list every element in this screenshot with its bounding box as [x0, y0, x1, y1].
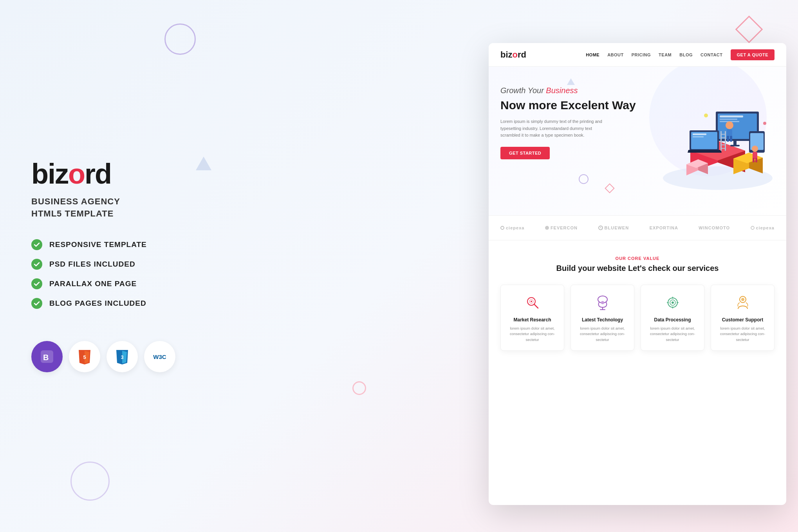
html5-icon: 5 [77, 349, 92, 364]
feature-item-2: PSD FILES INCLUDED [31, 259, 184, 270]
badge-bootstrap: B [31, 341, 63, 372]
logo-text-suffix: rd [85, 158, 111, 189]
partner-icon-6 [751, 226, 755, 230]
browser-mockup: bizord HOME ABOUT PRICING TEAM BLOG CONT… [489, 43, 786, 505]
hero-cta-button[interactable]: GET STARTED [500, 147, 550, 159]
service-icon-3 [663, 293, 682, 312]
svg-rect-43 [755, 158, 757, 162]
hero-tagline-prefix: Growth Your [500, 86, 546, 95]
deco-diamond-pink-1 [735, 16, 763, 43]
service-name-2: Latest Technology [576, 317, 628, 323]
bootstrap-icon: B [39, 348, 55, 365]
partner-logo-5: WINCOMOTO [699, 225, 730, 230]
badge-css3: 3 [107, 341, 138, 372]
svg-rect-48 [720, 141, 726, 142]
nav-link-pricing[interactable]: PRICING [632, 52, 651, 57]
svg-rect-31 [693, 133, 706, 135]
mock-nav-links: HOME ABOUT PRICING TEAM BLOG CONTACT GET… [586, 49, 775, 60]
svg-rect-39 [730, 136, 732, 142]
check-icon-1 [31, 239, 42, 250]
service-name-3: Data Processing [646, 317, 699, 323]
services-title: Build your website Let's check our servi… [500, 264, 775, 273]
check-icon-3 [31, 278, 42, 289]
svg-point-59 [531, 301, 532, 302]
services-label: OUR CORE VALUE [500, 256, 775, 261]
svg-rect-50 [720, 148, 726, 149]
partner-icon-3 [598, 225, 603, 230]
hero-deco-diamond-1 [605, 183, 614, 193]
mock-partners-bar: ciepexa FEVERCON BLUEWEN EXPORTINA WINCO… [489, 215, 786, 240]
nav-link-about[interactable]: ABOUT [607, 52, 624, 57]
nav-link-contact[interactable]: CONTACT [701, 52, 722, 57]
mock-services-section: OUR CORE VALUE Build your website Let's … [489, 240, 786, 366]
hero-illustration [655, 72, 780, 198]
svg-point-2 [31, 278, 42, 289]
mock-hero-section: Growth Your Business Now more Excelent W… [489, 67, 786, 215]
svg-point-40 [752, 146, 758, 152]
feature-label-1: RESPONSIVE TEMPLATE [49, 240, 147, 249]
hero-deco-triangle-1 [567, 78, 575, 85]
svg-rect-49 [720, 144, 726, 145]
services-grid: Market Research lorem ipsum dolor sit am… [500, 285, 775, 351]
service-card-4: Customer Support lorem ipsum dolor sit a… [711, 285, 775, 351]
svg-rect-32 [693, 136, 704, 137]
brand-subtitle: BUSINESS AGENCY HTML5 TEMPLATE [31, 196, 184, 220]
svg-rect-42 [753, 158, 755, 162]
badge-w3c: W3C [144, 341, 175, 372]
service-card-3: Data Processing lorem ipsum dolor sit am… [641, 285, 704, 351]
service-card-2: Latest Technology lorem ipsum dolor sit … [571, 285, 634, 351]
hero-tagline-red: Business [546, 86, 578, 95]
nav-link-home[interactable]: HOME [586, 52, 599, 57]
svg-text:5: 5 [83, 354, 86, 360]
partner-logo-3: BLUEWEN [598, 225, 629, 230]
features-list: RESPONSIVE TEMPLATE PSD FILES INCLUDED P… [31, 239, 184, 317]
hero-deco-circle-1 [579, 174, 589, 184]
check-icon-4 [31, 298, 42, 309]
css3-icon: 3 [114, 349, 130, 364]
svg-point-55 [751, 226, 754, 229]
service-name-4: Customer Support [717, 317, 769, 323]
mock-logo: bizord [500, 50, 526, 60]
svg-marker-33 [688, 150, 722, 153]
nav-link-team[interactable]: TEAM [659, 52, 672, 57]
service-name-1: Market Research [506, 317, 558, 323]
svg-point-51 [704, 114, 708, 117]
svg-rect-28 [730, 145, 740, 146]
svg-point-66 [672, 301, 674, 304]
brand-logo: bizord [31, 160, 184, 188]
svg-text:B: B [43, 353, 49, 362]
feature-item-4: BLOG PAGES INCLUDED [31, 298, 184, 309]
svg-point-53 [501, 226, 504, 229]
hero-tagline: Growth Your Business [500, 86, 649, 95]
svg-point-72 [741, 298, 744, 301]
mock-logo-o: o [513, 50, 518, 60]
partner-logo-4: EXPORTINA [650, 225, 678, 230]
service-icon-1 [523, 293, 542, 312]
feature-item-1: RESPONSIVE TEMPLATE [31, 239, 184, 250]
logo-text-prefix: biz [31, 158, 68, 189]
svg-point-52 [763, 122, 766, 125]
latest-tech-icon [594, 294, 611, 311]
mock-navbar: bizord HOME ABOUT PRICING TEAM BLOG CONT… [489, 43, 786, 67]
get-quote-button[interactable]: GET A QUOTE [731, 49, 775, 60]
svg-rect-38 [727, 136, 729, 142]
logo-o-letter: o [68, 158, 85, 189]
service-icon-4 [733, 293, 753, 312]
svg-point-1 [31, 259, 42, 270]
data-processing-icon [664, 294, 681, 311]
svg-point-61 [601, 301, 604, 304]
feature-label-3: PARALLAX ONE PAGE [49, 280, 137, 288]
feature-label-4: BLOG PAGES INCLUDED [49, 299, 146, 308]
service-card-1: Market Research lorem ipsum dolor sit am… [500, 285, 564, 351]
partner-logo-1: ciepexa [500, 225, 524, 230]
market-research-icon [524, 294, 541, 311]
svg-point-0 [31, 239, 42, 250]
customer-support-icon [734, 294, 751, 311]
hero-title: Now more Excelent Way [500, 98, 649, 112]
tech-badges-row: B 5 3 W3C [31, 341, 184, 372]
feature-label-2: PSD FILES INCLUDED [49, 260, 135, 269]
nav-link-blog[interactable]: BLOG [679, 52, 693, 57]
partner-logo-2: FEVERCON [545, 225, 578, 230]
hero-description: Lorem ipsum is simply dummy text of the … [500, 118, 610, 139]
subtitle-line2: HTML5 TEMPLATE [31, 208, 184, 220]
